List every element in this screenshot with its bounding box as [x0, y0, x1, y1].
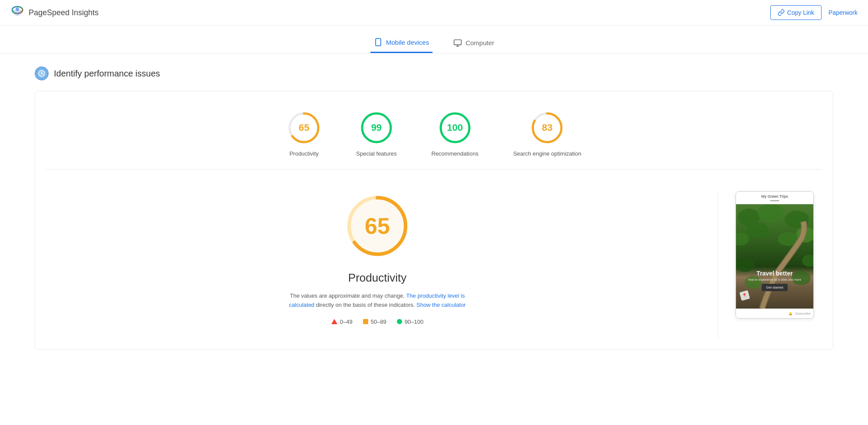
page-header: PageSpeed Insights Copy Link Paperwork: [0, 0, 868, 26]
score-item-productivity: 65 Productivity: [287, 110, 321, 157]
section-header: Identify performance issues: [35, 66, 833, 80]
monitor-icon: [453, 39, 462, 47]
score-label-seo: Search engine optimization: [513, 150, 581, 157]
description-text-1: The values are approximate and may chang…: [290, 292, 405, 299]
phone-image-area: Travel better How to experience all 6 ci…: [736, 204, 813, 309]
bottom-section: 65 Productivity The values are approxima…: [46, 183, 822, 339]
paperwork-link[interactable]: Paperwork: [828, 9, 858, 16]
copy-link-button[interactable]: Copy Link: [770, 5, 822, 20]
svg-rect-2: [376, 39, 381, 46]
copy-link-label: Copy Link: [787, 9, 814, 16]
phone-footer: 🔔 Subscribe: [736, 309, 813, 318]
score-description: The values are approximate and may chang…: [282, 292, 473, 310]
calculator-link[interactable]: Show the calculator: [416, 302, 465, 308]
phone-preview: My Green Trips: [736, 191, 814, 319]
score-label-recommendations: Recommendations: [432, 150, 479, 157]
tab-computer[interactable]: Computer: [450, 33, 498, 53]
svg-point-24: [746, 222, 769, 238]
legend: 0–49 50–89 90–100: [331, 319, 423, 325]
phone-hero-text: Travel better: [736, 270, 813, 277]
scores-row: 65 Productivity 99 Special features: [46, 102, 822, 167]
score-label-productivity: Productivity: [290, 150, 319, 157]
score-item-recommendations: 100 Recommendations: [432, 110, 479, 157]
large-score-value: 65: [365, 213, 390, 239]
legend-circle-icon: [397, 319, 402, 324]
phone-site-name: My Green Trips: [761, 194, 788, 199]
mobile-icon: [374, 38, 383, 46]
score-value-productivity: 65: [299, 122, 309, 133]
score-circle-recommendations: 100: [438, 110, 472, 145]
pagespeed-logo-icon: [10, 6, 24, 20]
score-circle-seo: 83: [530, 110, 564, 145]
legend-range-mid: 50–89: [371, 319, 386, 325]
svg-point-20: [758, 204, 784, 222]
tab-mobile[interactable]: Mobile devices: [370, 33, 432, 53]
score-value-seo: 83: [542, 122, 552, 133]
logo-area: PageSpeed Insights: [10, 6, 99, 20]
vertical-divider: [718, 191, 718, 339]
large-score-area: 65 Productivity The values are approxima…: [54, 183, 700, 325]
score-value-special-features: 99: [371, 122, 382, 133]
large-score-title: Productivity: [348, 271, 406, 285]
tab-mobile-label: Mobile devices: [386, 39, 429, 46]
score-value-recommendations: 100: [447, 122, 463, 133]
svg-point-23: [736, 232, 749, 246]
svg-point-1: [16, 7, 19, 11]
large-score-circle: 65: [343, 191, 412, 261]
section-icon: [35, 66, 49, 80]
phone-sub-text: How to experience all 6 cities and more: [736, 278, 813, 281]
legend-triangle-icon: [331, 319, 337, 324]
score-item-special-features: 99 Special features: [356, 110, 396, 157]
phone-cta-button[interactable]: Get started: [762, 284, 788, 291]
phone-overlay: Travel better How to experience all 6 ci…: [736, 270, 813, 291]
svg-rect-4: [454, 40, 462, 45]
legend-range-low: 0–49: [340, 319, 353, 325]
phone-header: My Green Trips: [736, 192, 813, 204]
legend-item-mid: 50–89: [363, 319, 386, 325]
legend-item-high: 90–100: [397, 319, 423, 325]
section-title: Identify performance issues: [54, 69, 160, 79]
phone-footer-text: Subscribe: [795, 312, 811, 315]
speedometer-icon: [38, 70, 46, 77]
card-divider: [46, 169, 822, 169]
link-icon: [778, 9, 785, 16]
phone-menu-bar: [770, 200, 779, 201]
score-label-special-features: Special features: [356, 150, 396, 157]
header-actions: Copy Link Paperwork: [770, 5, 858, 20]
legend-item-low: 0–49: [331, 319, 353, 325]
description-text-2: directly on the basis of these indicator…: [316, 302, 415, 308]
score-item-seo: 83 Search engine optimization: [513, 110, 581, 157]
tab-computer-label: Computer: [465, 39, 494, 46]
svg-point-27: [802, 255, 813, 267]
main-content: Identify performance issues 65 Productiv…: [0, 53, 868, 363]
score-circle-productivity: 65: [287, 110, 321, 145]
tab-bar: Mobile devices Computer: [0, 26, 868, 53]
legend-range-high: 90–100: [405, 319, 423, 325]
score-circle-special-features: 99: [359, 110, 394, 145]
logo-text: PageSpeed Insights: [29, 8, 99, 17]
subscribe-icon: 🔔: [789, 312, 792, 315]
score-card: 65 Productivity 99 Special features: [35, 91, 833, 350]
legend-square-icon: [363, 319, 368, 324]
